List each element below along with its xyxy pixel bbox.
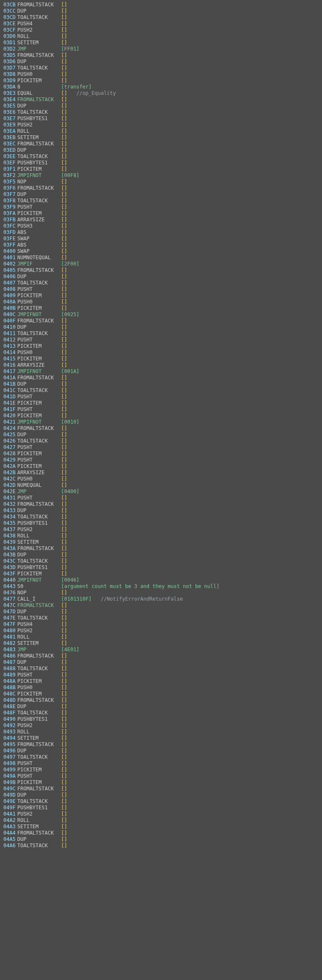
disasm-row[interactable]: 0420PICKITEM[] — [3, 413, 319, 419]
disasm-row[interactable]: 0499PICKITEM[] — [3, 767, 319, 773]
disasm-row[interactable]: 03E9PUSH2[] — [3, 122, 319, 128]
disasm-row[interactable]: 042DNUMEQUAL[] — [3, 482, 319, 489]
disasm-row[interactable]: 03EBSETITEM[] — [3, 134, 319, 141]
disasm-row[interactable]: 049CFROMALTSTACK[] — [3, 786, 319, 792]
disasm-row[interactable]: 041FPUSHT[] — [3, 406, 319, 413]
disasm-row[interactable]: 03F2JMPIFNOT[00F8] — [3, 172, 319, 179]
disasm-row[interactable]: 0409PICKITEM[] — [3, 293, 319, 299]
disasm-row[interactable]: 0416ARRAYSIZE[] — [3, 362, 319, 368]
disasm-row[interactable]: 04A3SETITEM[] — [3, 824, 319, 830]
disasm-row[interactable]: 0487DUP[] — [3, 659, 319, 666]
disasm-row[interactable]: 0494SETITEM[] — [3, 735, 319, 741]
disasm-row[interactable]: 0426TOALTSTACK[] — [3, 438, 319, 444]
disasm-row[interactable]: 03D5FROMALTSTACK[] — [3, 52, 319, 59]
disasm-row[interactable]: 042BARRAYSIZE[] — [3, 470, 319, 476]
disasm-row[interactable]: 0402JMPIF[2F00] — [3, 261, 319, 267]
disasm-row[interactable]: 0492PUSH2[] — [3, 722, 319, 729]
disasm-row[interactable]: 03E6TOALTSTACK[] — [3, 109, 319, 115]
disasm-row[interactable]: 047ETOALTSTACK[] — [3, 615, 319, 621]
disasm-row[interactable]: 03FAPICKITEM[] — [3, 210, 319, 217]
disasm-row[interactable]: 0483JMP[4E01] — [3, 647, 319, 653]
disasm-row[interactable]: 0434TOALTSTACK[] — [3, 514, 319, 520]
disasm-row[interactable]: 040FFROMALTSTACK[] — [3, 318, 319, 324]
disasm-row[interactable]: 043DPUSHBYTES1[] — [3, 564, 319, 571]
disasm-row[interactable]: 03D1SETITEM[] — [3, 40, 319, 46]
disasm-row[interactable]: 0493ROLL[] — [3, 729, 319, 735]
disasm-row[interactable]: 0408PUSHT[] — [3, 286, 319, 293]
disasm-row[interactable]: 03FFABS[] — [3, 242, 319, 248]
disasm-row[interactable]: 0489PUSHT[] — [3, 672, 319, 678]
disasm-row[interactable]: 049ETOALTSTACK[] — [3, 798, 319, 805]
disasm-row[interactable]: 0495FROMALTSTACK[] — [3, 741, 319, 748]
disasm-row[interactable]: 0427PUSHT[] — [3, 444, 319, 451]
disasm-row[interactable]: 0406DUP[] — [3, 274, 319, 280]
disasm-row[interactable]: 03F5NOP[] — [3, 179, 319, 185]
disasm-row[interactable]: 0405FROMALTSTACK[] — [3, 267, 319, 274]
disasm-row[interactable]: 0490PUSHBYTES1[] — [3, 716, 319, 722]
disasm-row[interactable]: 0415PICKITEM[] — [3, 356, 319, 362]
disasm-row[interactable]: 03FCPUSH3[] — [3, 223, 319, 229]
disasm-row[interactable]: 047CFROMALTSTACK[] — [3, 602, 319, 609]
disasm-row[interactable]: 03E5DUP[] — [3, 103, 319, 109]
disasm-row[interactable]: 047DDUP[] — [3, 609, 319, 615]
disasm-row[interactable]: 043BDUP[] — [3, 552, 319, 558]
disasm-row[interactable]: 049FPUSHBYTES1[] — [3, 805, 319, 811]
disasm-row[interactable]: 03EDDUP[] — [3, 147, 319, 153]
disasm-row[interactable]: 03D6DUP[] — [3, 59, 319, 65]
disasm-row[interactable]: 040APUSH0[] — [3, 299, 319, 305]
disasm-row[interactable]: 0437PUSH2[] — [3, 526, 319, 533]
disasm-row[interactable]: 03D9PICKITEM[] — [3, 78, 319, 84]
disasm-row[interactable]: 0401NUMNOTEQUAL[] — [3, 255, 319, 261]
disasm-row[interactable]: 0440JMPIFNOT[0046] — [3, 577, 319, 583]
disasm-row[interactable]: 03D8PUSH0[] — [3, 71, 319, 78]
disasm-row[interactable]: 03FESWAP[] — [3, 236, 319, 242]
disasm-row[interactable]: 03F6FROMALTSTACK[] — [3, 185, 319, 191]
disasm-row[interactable]: 0424FROMALTSTACK[] — [3, 425, 319, 432]
disasm-row[interactable]: 048BPUSH0[] — [3, 685, 319, 691]
disasm-row[interactable]: 048FTOALTSTACK[] — [3, 710, 319, 716]
disasm-row[interactable]: 03EFPUSHBYTES1[] — [3, 160, 319, 166]
disasm-row[interactable]: 03CCDUP[] — [3, 8, 319, 14]
disasm-row[interactable]: 0476NOP[] — [3, 590, 319, 596]
disasm-row[interactable]: 049APUSHT[] — [3, 773, 319, 779]
disasm-row[interactable]: 0411TOALTSTACK[] — [3, 330, 319, 337]
disasm-row[interactable]: 03F9PUSHT[] — [3, 204, 319, 210]
disasm-row[interactable]: 0496DUP[] — [3, 748, 319, 754]
disasm-row[interactable]: 0482SETITEM[] — [3, 640, 319, 647]
disasm-row[interactable]: 03CDTOALTSTACK[] — [3, 14, 319, 21]
disasm-row[interactable]: 043FPICKITEM[] — [3, 571, 319, 577]
disasm-row[interactable]: 048EDUP[] — [3, 703, 319, 710]
disasm-row[interactable]: 03CFPUSH2[] — [3, 27, 319, 33]
disasm-row[interactable]: 043AFROMALTSTACK[] — [3, 545, 319, 552]
disasm-row[interactable]: 0425DUP[] — [3, 432, 319, 438]
disasm-row[interactable]: 0498PUSHT[] — [3, 760, 319, 767]
disasm-row[interactable]: 03ECFROMALTSTACK[] — [3, 141, 319, 147]
disasm-row[interactable]: 048DFROMALTSTACK[] — [3, 697, 319, 703]
disasm-row[interactable]: 048CPICKITEM[] — [3, 691, 319, 697]
disasm-row[interactable]: 0417JMPIFNOT[001A] — [3, 368, 319, 375]
disasm-row[interactable]: 03D0ROLL[] — [3, 33, 319, 40]
disasm-row[interactable]: 044350[argument count must be 3 and they… — [3, 583, 319, 590]
disasm-row[interactable]: 0433DUP[] — [3, 507, 319, 514]
disasm-row[interactable]: 0435PUSHBYTES1[] — [3, 520, 319, 526]
disasm-row[interactable]: 0414PUSH0[] — [3, 349, 319, 356]
disasm-row[interactable]: 03E3EQUAL[] //op_Equality — [3, 90, 319, 97]
disasm-row[interactable]: 0439SETITEM[] — [3, 539, 319, 545]
disasm-row[interactable]: 03F1PICKITEM[] — [3, 166, 319, 172]
disasm-row[interactable]: 040BPICKITEM[] — [3, 305, 319, 311]
disasm-row[interactable]: 043CTOALTSTACK[] — [3, 558, 319, 564]
disasm-row[interactable]: 03CEPUSH4[] — [3, 21, 319, 27]
disasm-row[interactable]: 0413PICKITEM[] — [3, 343, 319, 349]
disasm-row[interactable]: 03E4FROMALTSTACK[] — [3, 97, 319, 103]
disasm-row[interactable]: 03F7DUP[] — [3, 191, 319, 198]
disasm-row[interactable]: 0481ROLL[] — [3, 634, 319, 640]
disasm-row[interactable]: 047FPUSH4[] — [3, 621, 319, 628]
disasm-row[interactable]: 042APICKITEM[] — [3, 463, 319, 470]
disasm-row[interactable]: 04A5DUP[] — [3, 836, 319, 843]
disasm-row[interactable]: 0438ROLL[] — [3, 533, 319, 539]
disasm-row[interactable]: 041EPICKITEM[] — [3, 400, 319, 406]
disasm-row[interactable]: 03FDABS[] — [3, 229, 319, 236]
disasm-row[interactable]: 041DPUSHT[] — [3, 394, 319, 400]
disasm-row[interactable]: 048APICKITEM[] — [3, 678, 319, 685]
disasm-row[interactable]: 0488TOALTSTACK[] — [3, 666, 319, 672]
